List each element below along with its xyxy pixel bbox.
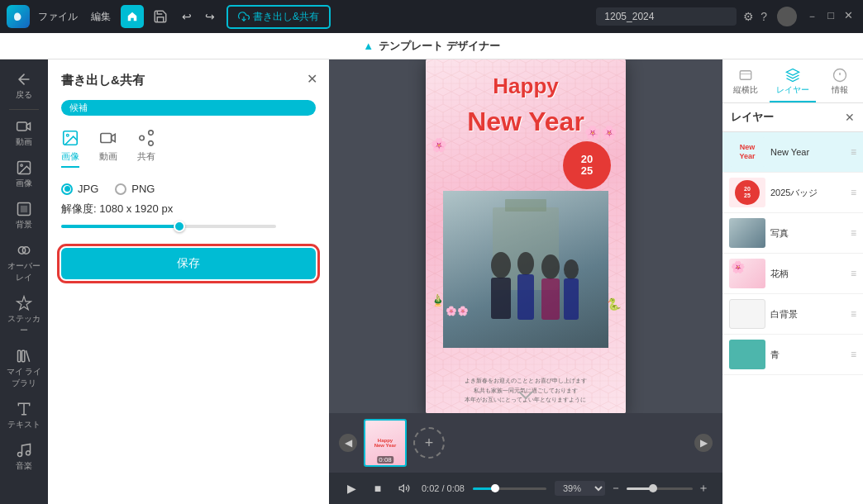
- preview-text-happy: Happy: [426, 74, 626, 99]
- sidebar-item-sticker[interactable]: ステッカー: [2, 290, 45, 341]
- tab-info[interactable]: 情報: [816, 63, 863, 102]
- svg-line-19: [144, 134, 149, 137]
- radio-jpg[interactable]: [61, 183, 73, 195]
- tab-aspect-ratio[interactable]: 縦横比: [722, 63, 770, 102]
- sidebar-item-library[interactable]: マイ ライブラリ: [2, 343, 45, 394]
- tab-share[interactable]: 共有: [137, 129, 155, 168]
- progress-track[interactable]: [473, 487, 546, 490]
- layer-item-label-bg-white: 白背景: [770, 308, 846, 321]
- svg-point-17: [149, 141, 154, 146]
- sidebar-item-image[interactable]: 画像: [2, 155, 45, 194]
- svg-point-3: [21, 164, 22, 167]
- layer-drag-3[interactable]: ≡: [851, 227, 856, 239]
- layer-item-badge[interactable]: 20 25 2025バッジ ≡: [722, 173, 863, 213]
- save-button[interactable]: [150, 7, 170, 26]
- preview-text-newyear: New Year: [426, 107, 626, 137]
- panel-close-button[interactable]: ✕: [307, 71, 317, 87]
- layer-item-photo[interactable]: 写真 ≡: [722, 213, 863, 254]
- help-icon[interactable]: ?: [760, 10, 767, 23]
- zoom-out-button[interactable]: －: [610, 481, 622, 496]
- layer-item-color[interactable]: 青 ≡: [722, 335, 863, 375]
- filmstrip-prev[interactable]: ◀: [339, 434, 357, 452]
- preview-deco-kagami: 🎍: [431, 293, 445, 307]
- preview-year-badge: 20 25: [563, 141, 611, 189]
- sidebar-item-back[interactable]: 戻る: [2, 66, 45, 106]
- zoom-thumb[interactable]: [649, 484, 657, 492]
- play-button[interactable]: ▶: [342, 479, 360, 497]
- layer-item-label-newyear: New Year: [770, 147, 846, 157]
- tab-video[interactable]: 動画: [99, 129, 117, 168]
- svg-rect-27: [491, 278, 511, 319]
- layer-drag-4[interactable]: ≡: [851, 268, 856, 279]
- project-name-input[interactable]: [596, 7, 737, 26]
- sidebar-item-music[interactable]: 音楽: [2, 437, 45, 477]
- tab-image[interactable]: 画像: [61, 129, 79, 168]
- export-button[interactable]: 書き出し&共有: [226, 5, 331, 29]
- left-sidebar: 戻る 動画 画像 背景 オーバーレイ ステッカー マイ ライブラリ: [0, 59, 48, 504]
- radio-png[interactable]: [115, 183, 126, 195]
- volume-button[interactable]: [395, 479, 413, 497]
- export-panel: 書き出し&共有 ✕ 候補 画像 動画 共有 JPG: [48, 59, 329, 504]
- right-top-tabs: 縦横比 レイヤー 情報: [722, 59, 863, 103]
- svg-point-10: [18, 453, 22, 457]
- window-controls: － □ ✕: [803, 9, 856, 24]
- save-button[interactable]: 保存: [61, 248, 316, 279]
- sidebar-item-bg[interactable]: 背景: [2, 196, 45, 235]
- maximize-button[interactable]: □: [824, 9, 837, 24]
- quality-slider[interactable]: [61, 225, 316, 231]
- layer-item-label-deco: 花柄: [770, 268, 846, 280]
- svg-point-13: [66, 134, 69, 136]
- filmstrip-thumb-1[interactable]: Happy New Year 0:08: [364, 419, 407, 467]
- format-jpg[interactable]: JPG: [61, 183, 98, 195]
- filmstrip-add-button[interactable]: +: [413, 427, 445, 459]
- progress-thumb[interactable]: [491, 484, 499, 492]
- filmstrip-next[interactable]: ▶: [694, 434, 713, 452]
- panel-title: 書き出し&共有: [61, 73, 316, 88]
- playback-bar: ▶ ■ 0:02 / 0:08 39% 50% 75% 100% －: [329, 473, 722, 504]
- zoom-select[interactable]: 39% 50% 75% 100%: [555, 481, 605, 496]
- right-panel: 縦横比 レイヤー 情報 レイヤー ✕ NewYear New Year ≡: [722, 59, 863, 504]
- menu-file[interactable]: ファイル: [38, 10, 78, 24]
- app-logo: [7, 5, 30, 28]
- sidebar-item-overlay[interactable]: オーバーレイ: [2, 237, 45, 288]
- layer-thumb-deco: 🌸: [729, 259, 765, 288]
- layer-item-label-photo: 写真: [770, 227, 846, 240]
- layer-drag-1[interactable]: ≡: [851, 146, 856, 158]
- layer-thumb-newyear: NewYear: [729, 137, 765, 167]
- preview-deco-flowers-left: 🌸: [431, 137, 447, 153]
- menu-edit[interactable]: 編集: [91, 10, 111, 24]
- filmstrip-thumb-time: 0:08: [377, 456, 393, 464]
- settings-icon[interactable]: ⚙: [743, 10, 754, 23]
- layer-drag-2[interactable]: ≡: [851, 187, 856, 198]
- sidebar-item-video[interactable]: 動画: [2, 113, 45, 153]
- layer-drag-6[interactable]: ≡: [851, 349, 856, 360]
- format-png[interactable]: PNG: [115, 183, 155, 195]
- redo-button[interactable]: ↪: [200, 8, 220, 25]
- user-avatar[interactable]: [777, 7, 797, 26]
- minimize-button[interactable]: －: [803, 9, 821, 24]
- home-button[interactable]: [121, 5, 144, 28]
- scroll-hint[interactable]: [517, 388, 534, 403]
- zoom-in-button[interactable]: ＋: [698, 481, 709, 496]
- sidebar-item-text[interactable]: テキスト: [2, 396, 45, 435]
- svg-rect-14: [101, 134, 112, 143]
- tab-layers[interactable]: レイヤー: [770, 63, 817, 102]
- menu-bar: ファイル 編集: [38, 10, 111, 24]
- slider-thumb[interactable]: [174, 221, 185, 232]
- layer-drag-5[interactable]: ≡: [851, 308, 856, 320]
- layer-item-bg-white[interactable]: 白背景 ≡: [722, 294, 863, 335]
- zoom-track[interactable]: [627, 487, 693, 490]
- stop-button[interactable]: ■: [369, 479, 387, 497]
- undo-button[interactable]: ↩: [177, 8, 197, 25]
- nav-controls: ↩ ↪: [177, 8, 220, 25]
- svg-rect-33: [564, 278, 579, 320]
- titlebar: ファイル 編集 ↩ ↪ 書き出し&共有 ⚙ ? － □ ✕: [0, 0, 863, 33]
- family-silhouette: [443, 191, 608, 348]
- panel-badge: 候補: [61, 100, 316, 116]
- close-button[interactable]: ✕: [841, 9, 856, 24]
- canvas-wrapper: 🌸🌸 🌸 Happy New Year 20 25: [329, 59, 722, 413]
- designer-title: テンプレート デザイナー: [379, 39, 500, 54]
- layer-item-deco[interactable]: 🌸 花柄 ≡: [722, 254, 863, 294]
- layer-item-newyear[interactable]: NewYear New Year ≡: [722, 132, 863, 173]
- layers-close-button[interactable]: ✕: [845, 111, 855, 124]
